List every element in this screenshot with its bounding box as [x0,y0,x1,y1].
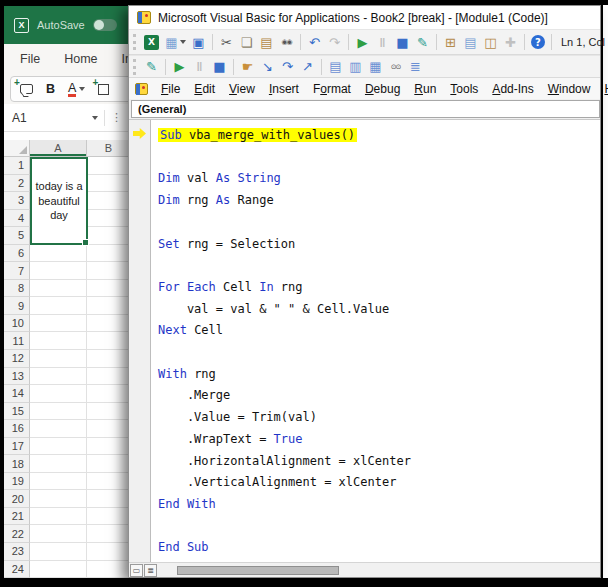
menu-edit[interactable]: Edit [187,80,222,98]
row-header-3[interactable]: 3 [4,192,30,210]
cell-a11[interactable] [30,332,87,350]
margin-indicator-bar[interactable] [129,120,151,562]
cell-a9[interactable] [30,297,87,315]
insert-userform-icon[interactable]: ▦ [162,33,181,52]
toolbar-grip[interactable] [133,59,137,75]
save-icon[interactable]: ▣ [189,33,208,52]
row-header-9[interactable]: 9 [4,297,30,315]
cell-b18[interactable] [87,455,130,473]
cell-b8[interactable] [87,280,130,298]
row-header-18[interactable]: 18 [4,455,30,473]
locals-window-icon[interactable]: ▤ [326,57,345,76]
row-header-4[interactable]: 4 [4,210,30,228]
call-stack-icon[interactable]: ≣ [406,57,425,76]
cell-a24[interactable] [30,561,87,578]
column-header-b[interactable]: B [87,140,130,156]
name-box[interactable]: A1 [12,111,27,125]
cell-b23[interactable] [87,543,130,561]
design-mode-icon[interactable]: ✎ [413,33,432,52]
row-header-10[interactable]: 10 [4,315,30,333]
column-header-a[interactable]: A [30,140,87,156]
immediate-window-icon[interactable]: ▥ [346,57,365,76]
row-header-24[interactable]: 24 [4,561,30,578]
cell-b11[interactable] [87,332,130,350]
cell-a16[interactable] [30,420,87,438]
menu-tools[interactable]: Tools [443,80,485,98]
cell-b16[interactable] [87,420,130,438]
design-mode-icon[interactable]: ✎ [142,57,161,76]
insert-cells-icon[interactable] [98,84,109,95]
tab-file[interactable]: File [20,52,40,66]
menu-help[interactable]: Help [597,80,608,98]
cell-b14[interactable] [87,385,130,403]
menu-run[interactable]: Run [407,80,443,98]
select-all-corner[interactable] [4,140,30,156]
row-header-11[interactable]: 11 [4,332,30,350]
menu-insert[interactable]: Insert [262,80,306,98]
scrollbar-thumb[interactable] [177,566,339,575]
font-color-button[interactable]: A [68,82,85,97]
step-out-icon[interactable]: ↗ [298,57,317,76]
run-icon[interactable]: ▶ [353,33,372,52]
watch-window-icon[interactable]: ▦ [366,57,385,76]
reset-icon[interactable]: ■ [210,57,229,76]
cell-a20[interactable] [30,490,87,508]
tab-home[interactable]: Home [64,52,97,66]
row-header-21[interactable]: 21 [4,508,30,526]
row-header-6[interactable]: 6 [4,245,30,263]
object-browser-icon[interactable]: ◫ [481,33,500,52]
cell-b24[interactable] [87,561,130,578]
cell-b17[interactable] [87,438,130,456]
cell-a23[interactable] [30,543,87,561]
cell-b5[interactable] [87,227,130,245]
horizontal-scrollbar[interactable]: ▭≣ [129,562,600,577]
row-header-12[interactable]: 12 [4,350,30,368]
code-text[interactable]: Sub vba_merge_with_values() Dim val As S… [151,120,600,562]
paste-icon[interactable]: ▤ [257,33,276,52]
cell-a6[interactable] [30,245,87,263]
cell-b10[interactable] [87,315,130,333]
reset-icon[interactable]: ■ [393,33,412,52]
cell-b2[interactable] [87,175,130,193]
procedure-view-button[interactable]: ▭ [130,564,143,577]
row-header-16[interactable]: 16 [4,420,30,438]
row-header-7[interactable]: 7 [4,262,30,280]
view-excel-icon[interactable]: X [144,35,159,50]
row-header-23[interactable]: 23 [4,543,30,561]
cell-a7[interactable] [30,262,87,280]
copy-icon[interactable]: ❏ [237,33,256,52]
row-header-2[interactable]: 2 [4,175,30,193]
name-box-dropdown-icon[interactable] [92,116,98,120]
cell-b12[interactable] [87,350,130,368]
quick-watch-icon[interactable]: ⊙⊙ [386,57,405,76]
menu-addins[interactable]: Add-Ins [485,80,540,98]
menu-window[interactable]: Window [541,80,598,98]
cell-b20[interactable] [87,490,130,508]
cell-b6[interactable] [87,245,130,263]
find-icon[interactable]: ◉◉ [277,33,296,52]
cell-a8[interactable] [30,280,87,298]
cell-a10[interactable] [30,315,87,333]
cell-b1[interactable] [87,157,130,175]
menu-format[interactable]: Format [306,80,358,98]
merged-cell-a1-a5[interactable]: today is a beautiful day [30,157,88,245]
row-header-17[interactable]: 17 [4,438,30,456]
row-header-15[interactable]: 15 [4,403,30,421]
menu-view[interactable]: View [222,80,262,98]
cell-a18[interactable] [30,455,87,473]
new-comment-icon[interactable] [20,84,33,94]
toolbar-grip[interactable] [133,34,137,50]
cell-b15[interactable] [87,403,130,421]
cell-a21[interactable] [30,508,87,526]
toggle-breakpoint-icon[interactable]: ☛ [238,57,257,76]
step-over-icon[interactable]: ↷ [278,57,297,76]
full-module-view-button[interactable]: ≣ [144,564,157,577]
cell-b9[interactable] [87,297,130,315]
row-header-8[interactable]: 8 [4,280,30,298]
cell-a12[interactable] [30,350,87,368]
cell-a13[interactable] [30,368,87,386]
cell-a14[interactable] [30,385,87,403]
general-dropdown[interactable]: (General) [131,100,600,118]
autosave-toggle[interactable] [93,19,117,31]
cell-b3[interactable] [87,192,130,210]
